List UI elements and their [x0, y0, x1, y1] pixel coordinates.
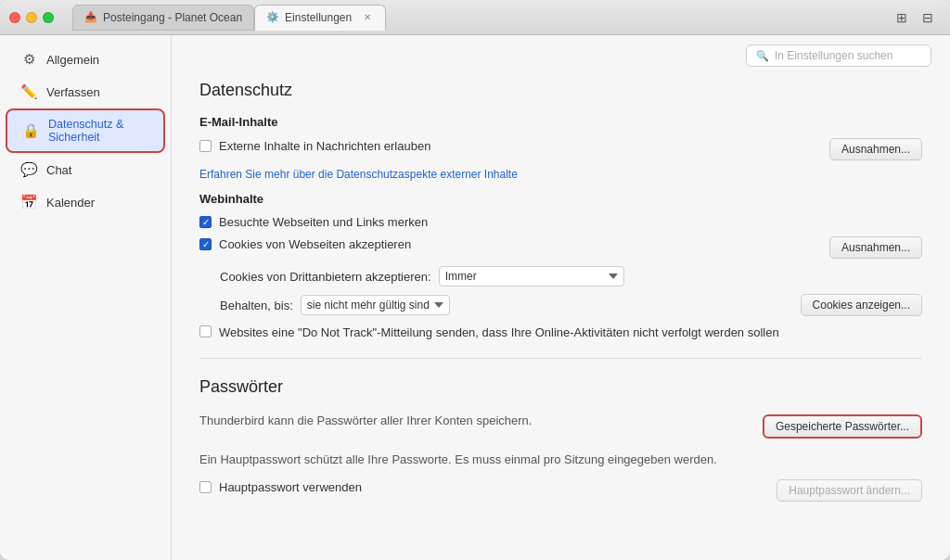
page-title: Datenschutz [199, 81, 922, 100]
sidebar-item-chat[interactable]: 💬 Chat [6, 154, 165, 185]
saved-passwords-button[interactable]: Gespeicherte Passwörter... [763, 414, 922, 439]
sidebar-label-datenschutz: Datenschutz & Sicherheit [48, 118, 148, 144]
visited-sites-checkbox[interactable]: ✓ [199, 216, 212, 228]
visited-sites-row: ✓ Besuchte Webseiten und Links merken [199, 215, 922, 229]
cookies-checkbox-row: ✓ Cookies von Webseiten akzeptieren [199, 237, 411, 251]
keep-until-inner: Behalten, bis: sie nicht mehr gültig sin… [220, 295, 450, 315]
calendar-icon: 📅 [20, 194, 37, 210]
cookies-show-button[interactable]: Cookies anzeigen... [801, 294, 922, 316]
toolbar-icons: ⊞ ⊟ [896, 10, 941, 25]
close-button[interactable] [9, 12, 20, 23]
external-content-row: Externe Inhalte in Nachrichten erlauben … [199, 138, 922, 160]
visited-sites-label: Besuchte Webseiten und Links merken [219, 215, 428, 229]
datenschutz-link[interactable]: Erfahren Sie mehr über die Datenschutzas… [199, 168, 922, 181]
ausnahmen-web-button[interactable]: Ausnahmen... [829, 236, 922, 259]
third-party-select[interactable]: Immer Nie Nur von besuchten Seiten [439, 266, 624, 286]
titlebar: 📥 Posteingang - Planet Ocean ⚙️ Einstell… [0, 0, 950, 35]
window-icon-2[interactable]: ⊟ [922, 10, 941, 25]
tab-posteingang[interactable]: 📥 Posteingang - Planet Ocean [72, 5, 254, 31]
sidebar-label-chat: Chat [46, 163, 71, 177]
keep-until-row: Behalten, bis: sie nicht mehr gültig sin… [220, 294, 922, 316]
window-icon-1[interactable]: ⊞ [896, 10, 915, 25]
master-password-checkbox-row: Hauptpasswort verwenden [199, 480, 362, 494]
dnt-checkbox[interactable] [199, 325, 212, 337]
sidebar: ⚙ Allgemein ✏️ Verfassen 🔒 Datenschutz &… [0, 35, 172, 560]
dnt-label: Websites eine "Do Not Track"-Mitteilung … [219, 325, 779, 339]
third-party-label: Cookies von Drittanbietern akzeptieren: [220, 270, 431, 284]
sidebar-item-datenschutz[interactable]: 🔒 Datenschutz & Sicherheit [6, 108, 165, 153]
search-container[interactable]: 🔍 In Einstellungen suchen [746, 45, 931, 67]
cookies-label: Cookies von Webseiten akzeptieren [219, 237, 411, 251]
change-master-password-button[interactable]: Hauptpasswort ändern... [777, 479, 922, 502]
master-password-label: Hauptpasswort verwenden [219, 480, 362, 494]
settings-tab-icon: ⚙️ [266, 11, 279, 23]
email-section-title: E-Mail-Inhalte [199, 115, 922, 129]
settings-panel: 🔍 In Einstellungen suchen Datenschutz E-… [172, 35, 950, 560]
sidebar-label-verfassen: Verfassen [46, 85, 100, 99]
passwords-description: Thunderbird kann die Passwörter aller Ih… [199, 412, 532, 430]
third-party-row: Cookies von Drittanbietern akzeptieren: … [220, 266, 922, 286]
dnt-row: Websites eine "Do Not Track"-Mitteilung … [199, 325, 922, 339]
search-placeholder: In Einstellungen suchen [775, 49, 892, 62]
chat-icon: 💬 [20, 161, 37, 178]
minimize-button[interactable] [26, 12, 37, 23]
search-icon: 🔍 [756, 50, 769, 62]
lock-icon: 🔒 [22, 122, 39, 139]
tab-posteingang-label: Posteingang - Planet Ocean [103, 11, 242, 24]
content-area: ⚙ Allgemein ✏️ Verfassen 🔒 Datenschutz &… [0, 35, 950, 560]
external-content-label: Externe Inhalte in Nachrichten erlauben [219, 139, 430, 153]
section-divider [199, 358, 922, 359]
settings-content: Datenschutz E-Mail-Inhalte Externe Inhal… [172, 71, 950, 537]
traffic-lights [9, 12, 54, 23]
web-section-title: Webinhalte [199, 192, 922, 206]
sidebar-label-allgemein: Allgemein [46, 53, 99, 67]
keep-until-label: Behalten, bis: [220, 299, 293, 312]
tab-einstellungen[interactable]: ⚙️ Einstellungen ✕ [254, 5, 386, 31]
sidebar-label-kalender: Kalender [46, 196, 95, 210]
tab-close-button[interactable]: ✕ [361, 11, 374, 24]
pencil-icon: ✏️ [20, 83, 37, 100]
ausnahmen-email-button[interactable]: Ausnahmen... [829, 138, 922, 160]
passwords-description-row: Thunderbird kann die Passwörter aller Ih… [199, 412, 922, 441]
settings-header: 🔍 In Einstellungen suchen [172, 35, 950, 71]
tab-einstellungen-label: Einstellungen [285, 11, 352, 24]
keep-until-select[interactable]: sie nicht mehr gültig sind ich sie lösch… [301, 295, 450, 315]
external-content-checkbox[interactable] [199, 140, 212, 152]
master-password-row: Hauptpasswort verwenden Hauptpasswort än… [199, 479, 922, 502]
master-password-checkbox[interactable] [199, 481, 212, 493]
sidebar-item-kalender[interactable]: 📅 Kalender [6, 186, 165, 218]
inbox-icon: 📥 [84, 11, 97, 23]
tabs-bar: 📥 Posteingang - Planet Ocean ⚙️ Einstell… [72, 5, 896, 31]
maximize-button[interactable] [43, 12, 54, 23]
cookies-checkbox[interactable]: ✓ [199, 238, 212, 250]
sidebar-item-allgemein[interactable]: ⚙ Allgemein [6, 44, 165, 75]
gear-icon: ⚙ [20, 51, 37, 68]
sidebar-item-verfassen[interactable]: ✏️ Verfassen [6, 76, 165, 108]
passwords-title: Passwörter [199, 377, 922, 397]
external-content-checkbox-row: Externe Inhalte in Nachrichten erlauben [199, 139, 430, 153]
cookies-row: ✓ Cookies von Webseiten akzeptieren Ausn… [199, 236, 922, 259]
app-window: 📥 Posteingang - Planet Ocean ⚙️ Einstell… [0, 0, 950, 560]
master-password-desc: Ein Hauptpasswort schützt alle Ihre Pass… [199, 451, 922, 469]
